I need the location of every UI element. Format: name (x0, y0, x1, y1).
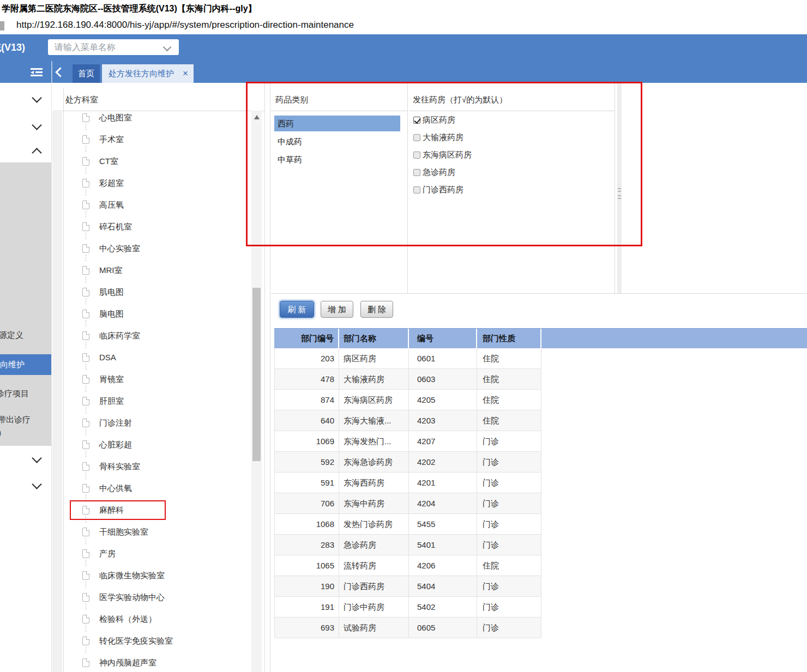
table-header-filler (541, 329, 807, 349)
table-cell: 706 (274, 493, 339, 514)
table-cell: 203 (274, 348, 339, 369)
table-row[interactable]: 706东海中药房4204门诊 (274, 493, 807, 514)
table-cell: 门诊 (477, 597, 541, 617)
table-cell: 4202 (409, 452, 477, 473)
tree-item[interactable]: 骨科实验室 (52, 456, 251, 478)
table-row-filler (541, 369, 807, 390)
refresh-button[interactable]: 刷 新 (280, 301, 314, 318)
table-row[interactable]: 874东海病区药房4205住院 (274, 390, 807, 410)
table-row-filler (541, 348, 807, 369)
file-icon (82, 593, 89, 602)
sidebar-group-chevron-icon[interactable] (32, 93, 41, 102)
table-header-cell[interactable]: 编号 (409, 329, 477, 349)
back-arrow-icon[interactable] (55, 67, 65, 77)
table-row[interactable]: 592东海急诊药房4202门诊 (274, 452, 807, 473)
sidebar-item[interactable]: 向维护 (0, 354, 51, 375)
table-cell: 门诊 (477, 535, 541, 555)
sidebar-group-chevron-icon[interactable] (32, 120, 41, 130)
table-cell: 东海急诊药房 (339, 452, 409, 473)
tree-item[interactable]: 心脏彩超 (52, 434, 251, 456)
tree-item[interactable]: 门诊注射 (52, 413, 251, 434)
tree-item[interactable]: 临床药学室 (52, 325, 251, 347)
close-tab-icon[interactable]: × (183, 64, 188, 83)
table-row[interactable]: 203病区药房0601住院 (274, 348, 807, 369)
tree-item[interactable]: 肌电图 (52, 282, 251, 304)
table-cell: 190 (274, 576, 339, 597)
table-cell: 住院 (477, 390, 541, 410)
tree-item[interactable]: 干细胞实验室 (52, 522, 251, 543)
address-url[interactable]: http://192.168.190.44:8000/his-yj/app/#/… (16, 20, 354, 31)
table-cell: 东海发热门... (339, 431, 409, 452)
tree-item[interactable]: 临床微生物实验室 (52, 565, 251, 587)
sidebar-group-chevron-icon[interactable] (32, 453, 41, 463)
table-cell: 试验药房 (339, 617, 409, 638)
browser-urlbar: http://192.168.190.44:8000/his-yj/app/#/… (0, 17, 807, 34)
tree-item[interactable]: 检验科（外送） (52, 609, 251, 631)
sidebar-item[interactable]: 带出诊疗 ） (0, 413, 31, 439)
file-icon (82, 571, 89, 580)
window-title: 学附属第二医院东海院区--医技管理系统(V13)【东海门内科--gly】 (2, 3, 257, 15)
annotation-box-panels (246, 82, 642, 246)
table-body: 203病区药房0601住院478大输液药房0603住院874东海病区药房4205… (274, 348, 807, 638)
table-header-cell[interactable]: 部门编号 (274, 329, 339, 349)
table-header-cell[interactable]: 部门名称 (339, 329, 409, 349)
tree-item-label: 临床微生物实验室 (99, 571, 165, 581)
table-header-cell[interactable]: 部门性质 (477, 329, 541, 349)
tree-item[interactable]: 中心供氧 (52, 478, 251, 500)
table-row[interactable]: 640东海大输液...4203住院 (274, 410, 807, 431)
sidebar-group-chevron-icon[interactable] (32, 148, 41, 158)
table-cell: 住院 (477, 555, 541, 576)
table-row[interactable]: 1065流转药房4206住院 (274, 555, 807, 576)
table-header: 部门编号部门名称编号部门性质 (274, 328, 807, 349)
tree-item-label: 中心实验室 (99, 244, 140, 254)
table-cell: 东海西药房 (339, 473, 409, 493)
table-row[interactable]: 1068发热门诊药房5455门诊 (274, 514, 807, 535)
tree-item[interactable]: 产房 (52, 543, 251, 565)
tree-item[interactable]: 心电图室 (52, 107, 251, 129)
tree-item[interactable]: MRI室 (52, 260, 251, 282)
tree-item-label: 转化医学免疫实验室 (99, 636, 173, 646)
tree-item-label: 高压氧 (99, 200, 124, 210)
table-row[interactable]: 190门诊西药房5404门诊 (274, 576, 807, 597)
tree-item[interactable]: 医学实验动物中心 (52, 587, 251, 609)
dropdown-chevron-icon[interactable] (163, 43, 172, 52)
tree-item[interactable]: 彩超室 (52, 173, 251, 195)
table-row[interactable]: 478大输液药房0603住院 (274, 369, 807, 390)
tree-item[interactable]: DSA (52, 347, 251, 369)
table-cell: 283 (274, 535, 339, 555)
add-button[interactable]: 增 加 (321, 301, 353, 318)
tree-item[interactable]: 高压氧 (52, 195, 251, 216)
file-icon (82, 375, 89, 384)
table-row[interactable]: 283急诊药房5401门诊 (274, 535, 807, 555)
tree-scrollbar-thumb[interactable] (252, 288, 261, 461)
tree-item[interactable]: 脑电图 (52, 304, 251, 325)
table-row[interactable]: 191门诊中药房5402门诊 (274, 597, 807, 617)
sidebar-item[interactable]: 诊疗项目 (0, 387, 29, 400)
collapse-menu-icon[interactable] (31, 68, 43, 76)
menu-search-input[interactable]: 请输入菜单名称 (48, 39, 179, 55)
tree-item[interactable]: 肝胆室 (52, 391, 251, 413)
tree-item[interactable]: 中心实验室 (52, 238, 251, 260)
table-row[interactable]: 693试验药房0605门诊 (274, 617, 807, 638)
tree-item[interactable]: 碎石机室 (52, 216, 251, 238)
table-row[interactable]: 591东海西药房4201门诊 (274, 473, 807, 493)
tree-item-label: 神内颅脑超声室 (99, 658, 156, 668)
table-row[interactable]: 1069东海发热门...4207门诊 (274, 431, 807, 452)
sidebar-item[interactable]: 源定义 (0, 329, 23, 342)
table-row-filler (541, 617, 807, 638)
tree-item[interactable]: 神内颅脑超声室 (52, 652, 251, 672)
tree-item[interactable]: CT室 (52, 151, 251, 173)
delete-button[interactable]: 删 除 (360, 301, 393, 318)
tab-home[interactable]: 首页 (73, 64, 100, 83)
table-cell: 5404 (409, 576, 477, 597)
tree-item[interactable]: 转化医学免疫实验室 (52, 631, 251, 652)
divider (51, 61, 52, 83)
tree-item[interactable]: 胃镜室 (52, 369, 251, 391)
sidebar-group-chevron-icon[interactable] (32, 479, 41, 489)
tree-item-label: 肝胆室 (99, 396, 124, 407)
tree-item[interactable]: 手术室 (52, 129, 251, 151)
tab-prescription-direction[interactable]: 处方发往方向维护 × (102, 64, 194, 83)
file-icon (82, 419, 89, 427)
browser-titlebar: 学附属第二医院东海院区--医技管理系统(V13)【东海门内科--gly】 (0, 0, 807, 17)
table-cell: 东海病区药房 (339, 390, 409, 410)
